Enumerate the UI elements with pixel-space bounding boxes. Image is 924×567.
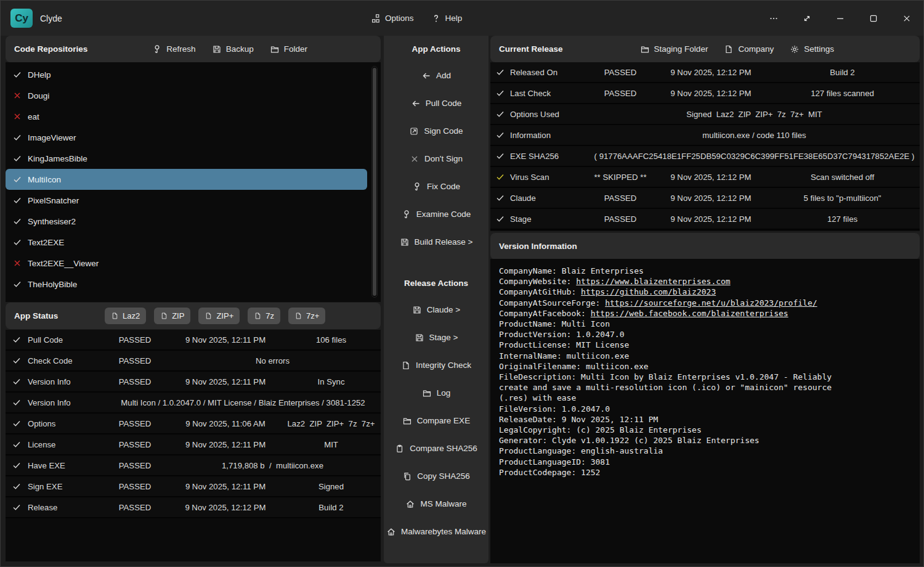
action-log[interactable]: Log xyxy=(384,379,488,407)
repository-scrollbar[interactable] xyxy=(371,66,378,298)
version-info-line: OriginalFilename: multiicon.exe xyxy=(499,361,855,372)
archive-button-laz2[interactable]: Laz2 xyxy=(105,308,146,324)
backup-button[interactable]: Backup xyxy=(212,44,254,54)
action-compare-sha256[interactable]: Compare SHA256 xyxy=(384,434,488,462)
repository-item[interactable]: Synthesiser2 xyxy=(6,211,367,232)
status-result: PASSED xyxy=(589,89,652,98)
repository-name: Text2EXE xyxy=(28,238,64,247)
action-label: Compare SHA256 xyxy=(410,444,477,453)
version-information-header: Version Information xyxy=(490,233,920,259)
repository-item[interactable]: KingJamesBible xyxy=(6,148,367,169)
status-time: 9 Nov 2025, 12:12 PM xyxy=(652,214,770,224)
action-label: Malwarebytes Malware xyxy=(401,527,486,536)
status-label: Sign EXE xyxy=(28,482,105,491)
toolbar-label: Company xyxy=(738,44,774,54)
check-icon xyxy=(495,151,505,161)
action-integrity-check[interactable]: Integrity Check xyxy=(384,351,488,379)
version-info-key: ProductLicense: xyxy=(499,340,571,349)
expand-button[interactable] xyxy=(798,9,816,28)
refresh-button[interactable]: Refresh xyxy=(152,44,195,54)
menu-help[interactable]: Help xyxy=(431,14,463,23)
repository-name: Dougi xyxy=(28,91,49,100)
version-info-key: LegalCopyright: xyxy=(499,425,571,434)
version-info-key: ProductVersion: xyxy=(499,330,571,339)
app-window: Cy Clyde OptionsHelp Code Repositories R… xyxy=(0,0,924,567)
sign-icon xyxy=(409,126,419,136)
archive-button-zip+[interactable]: ZIP+ xyxy=(198,308,240,324)
file-icon xyxy=(401,361,411,370)
version-info-line: CompanyAtSourceForge: https://sourceforg… xyxy=(499,298,855,308)
app-actions-title: App Actions xyxy=(412,36,461,62)
action-stage[interactable]: Stage > xyxy=(384,324,488,351)
version-info-link[interactable]: https://github.com/blaiz2023 xyxy=(581,287,716,296)
archive-button-7z+[interactable]: 7z+ xyxy=(288,308,325,324)
company-button[interactable]: Company xyxy=(724,44,774,54)
action-don-t-sign[interactable]: Don't Sign xyxy=(384,145,488,173)
settings-button[interactable]: Settings xyxy=(790,44,834,54)
archive-button-7z[interactable]: 7z xyxy=(248,308,280,324)
status-label: Released On xyxy=(510,68,589,77)
scrollbar-thumb[interactable] xyxy=(373,68,376,296)
home-icon xyxy=(405,499,415,509)
repository-item[interactable]: PixelSnatcher xyxy=(6,190,367,211)
status-row: StagePASSED9 Nov 2025, 12:12 PM127 files xyxy=(490,209,920,230)
version-info-value: 1.0.2047.0 xyxy=(576,330,624,339)
action-malwarebytes-malware[interactable]: Malwarebytes Malware xyxy=(384,518,488,545)
version-info-line: FileDescription: Multi Icon by Blaiz Ent… xyxy=(499,372,855,404)
version-info-key: CompanyWebsite: xyxy=(499,277,571,286)
action-label: Don't Sign xyxy=(424,154,463,163)
minimize-button[interactable] xyxy=(831,9,849,28)
status-icon-cell xyxy=(6,398,28,407)
repository-item[interactable]: DHelp xyxy=(6,64,367,85)
action-ms-malware[interactable]: MS Malware xyxy=(384,490,488,518)
repository-item[interactable]: eat xyxy=(6,106,367,127)
status-time: 9 Nov 2025, 12:11 PM xyxy=(164,440,286,449)
action-pull-code[interactable]: Pull Code xyxy=(384,89,488,117)
action-build-release[interactable]: Build Release > xyxy=(384,228,488,256)
status-span-value: ( 91776AAAFC25418E1FF25DB59C0329C6C399FF… xyxy=(589,152,920,161)
version-info-value: Clyde v1.00.1922 (c) 2025 Blaiz Enterpri… xyxy=(552,436,760,445)
check-icon xyxy=(495,193,505,203)
action-examine-code[interactable]: Examine Code xyxy=(384,200,488,228)
action-label: Examine Code xyxy=(416,210,471,219)
status-icon-cell xyxy=(6,335,28,345)
version-info-line: ProductCodepage: 1252 xyxy=(499,467,855,478)
repository-item[interactable]: Dougi xyxy=(6,85,367,106)
repository-item[interactable]: Text2EXE xyxy=(6,232,367,253)
action-compare-exe[interactable]: Compare EXE xyxy=(384,407,488,434)
version-info-key: CompanyName: xyxy=(499,266,557,275)
menu-options[interactable]: Options xyxy=(371,14,414,23)
version-info-link[interactable]: https://www.blaizenterprises.com xyxy=(576,277,730,286)
action-claude[interactable]: Claude > xyxy=(384,296,488,324)
more-button[interactable] xyxy=(764,9,783,28)
action-add[interactable]: Add xyxy=(384,62,488,89)
check-icon xyxy=(495,88,505,98)
version-info-value: 1.0.2047.0 xyxy=(562,404,610,414)
status-result: ** SKIPPED ** xyxy=(589,173,652,182)
repository-item[interactable]: ImageViewer xyxy=(6,127,367,148)
version-info-value: multiicon.exe xyxy=(586,362,649,371)
close-button[interactable] xyxy=(898,9,916,28)
actions-column: App Actions AddPull CodeSign CodeDon't S… xyxy=(384,36,488,563)
repository-item[interactable]: TheHolyBible xyxy=(6,274,367,295)
toolbar-label: Backup xyxy=(226,44,254,54)
arrow-left-icon xyxy=(421,71,431,81)
maximize-button[interactable] xyxy=(864,9,883,28)
action-fix-code[interactable]: Fix Code xyxy=(384,173,488,200)
archive-button-label: 7z+ xyxy=(306,311,319,320)
action-copy-sha256[interactable]: Copy SHA256 xyxy=(384,462,488,490)
repository-item[interactable]: MultiIcon xyxy=(6,169,367,190)
version-info-link[interactable]: https://sourceforge.net/u/blaiz2023/prof… xyxy=(605,298,817,308)
archive-button-zip[interactable]: ZIP xyxy=(154,308,190,324)
version-info-key: CompanyAtFacebook: xyxy=(499,309,586,318)
version-info-line: ProductLicense: MIT License xyxy=(499,340,855,350)
staging-folder-button[interactable]: Staging Folder xyxy=(640,44,708,54)
titlebar-menu: OptionsHelp xyxy=(371,1,462,36)
repository-item[interactable]: Text2EXE__Viewer xyxy=(6,253,367,274)
folder-button[interactable]: Folder xyxy=(270,44,307,54)
version-info-link[interactable]: https://web.facebook.com/blaizenterprise… xyxy=(591,309,788,318)
action-sign-code[interactable]: Sign Code xyxy=(384,117,488,145)
maximize-icon xyxy=(869,14,878,23)
status-label: Have EXE xyxy=(28,461,105,470)
code-repositories-header: Code Repositories RefreshBackupFolder xyxy=(6,36,381,62)
